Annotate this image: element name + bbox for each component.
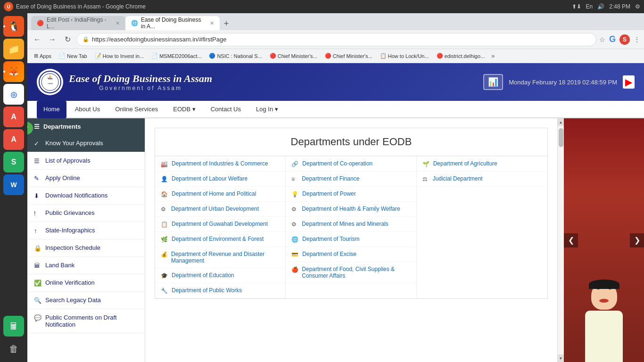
- bookmark-star-icon[interactable]: ☆: [599, 36, 605, 43]
- menu-item-land-bank[interactable]: 🏛 Land Bank: [27, 257, 145, 274]
- menu-item-inspection-label: Inspection Schedule: [45, 244, 100, 251]
- os-app-wps[interactable]: W: [3, 174, 24, 195]
- slide-left-button[interactable]: ❮: [564, 233, 578, 247]
- menu-item-download-notifications[interactable]: ⬇ Download Notifications: [27, 187, 145, 205]
- nav-home[interactable]: Home: [37, 101, 66, 118]
- search-legacy-icon: 🔍: [34, 297, 41, 304]
- os-app-ubuntu[interactable]: 🐧: [3, 16, 24, 37]
- left-menu: Help ? ☰ Departments ✓ Know Your Approva…: [27, 118, 145, 362]
- menu-item-know-your-approvals[interactable]: ✓ Know Your Approvals: [27, 135, 145, 152]
- os-app-a[interactable]: A: [3, 129, 24, 150]
- bookmark-msmed[interactable]: 📄 MSMED2006act...: [149, 52, 204, 60]
- list-approvals-icon: ☰: [34, 157, 41, 165]
- dept-health-family[interactable]: ⚙ Department of Health & Family Welfare: [286, 202, 416, 217]
- tab1-close-button[interactable]: ✕: [116, 20, 120, 26]
- dept-guwahati-dev[interactable]: 📋 Department of Guwahati Development: [155, 217, 285, 232]
- bookmark-howtolock-label: How to Lock/Un...: [388, 53, 429, 59]
- trash-icon: 🗑: [9, 344, 18, 354]
- public-works-icon: 🔧: [161, 288, 168, 294]
- url-text: https://easeofdoingbusinessinassam.in/#f…: [92, 36, 226, 43]
- dept-tourism[interactable]: 🌐 Department of Tourism: [286, 232, 416, 247]
- os-app-firefox[interactable]: 🦊: [3, 61, 24, 82]
- url-bar[interactable]: 🔒 https://easeofdoingbusinessinassam.in/…: [76, 33, 596, 46]
- back-button[interactable]: ←: [31, 33, 43, 46]
- bookmark-cm2[interactable]: 🔴 Chief Minister's...: [322, 52, 375, 60]
- bookmark-newtab[interactable]: 📄 New Tab: [56, 52, 90, 60]
- menu-item-list-of-approvals[interactable]: ☰ List of Approvals: [27, 152, 145, 170]
- dept-environment-label: Department of Environment & Forest: [172, 236, 264, 242]
- os-titlebar-left: U Ease of Doing Business in Assam - Goog…: [4, 2, 146, 11]
- finance-icon: ≡: [291, 176, 298, 182]
- menu-icon[interactable]: ⋮: [634, 36, 640, 43]
- os-tray-icons: ⬆⬇: [572, 3, 581, 10]
- dept-environment-forest[interactable]: 🌿 Department of Environment & Forest: [155, 232, 285, 247]
- bookmarks-more[interactable]: »: [491, 52, 495, 59]
- bookmark-howtolock[interactable]: 📋 How to Lock/Un...: [377, 52, 432, 60]
- dept-tourism-label: Department of Tourism: [302, 236, 359, 242]
- os-app-texteditor[interactable]: A: [3, 107, 24, 127]
- nav-about[interactable]: About Us: [68, 101, 107, 118]
- os-app-calc[interactable]: 🖩: [3, 316, 24, 337]
- chrome-extension-icon[interactable]: G: [609, 34, 616, 44]
- dept-power[interactable]: 💡 Department of Power: [286, 187, 416, 202]
- chart-icon[interactable]: 📊: [483, 74, 503, 90]
- public-grievances-icon: !: [34, 210, 41, 217]
- dept-food-civil[interactable]: 🍎 Department of Food, Civil Supplies & C…: [286, 262, 416, 283]
- menu-item-download-notif-label: Download Notifications: [45, 192, 107, 199]
- dept-revenue-disaster[interactable]: 💰 Department of Revenue and Disaster Man…: [155, 247, 285, 268]
- dept-public-works[interactable]: 🔧 Department of Public Works: [155, 283, 285, 298]
- menu-item-public-comments[interactable]: 💬 Public Comments on Draft Notification: [27, 309, 145, 333]
- scroll-down-button[interactable]: ▼: [558, 354, 564, 362]
- dept-education[interactable]: 🎓 Department of Education: [155, 268, 285, 283]
- dept-excise[interactable]: 💳 Department of Excise: [286, 247, 416, 262]
- menu-item-state-infographics[interactable]: ↑ State-Infographics: [27, 222, 145, 239]
- bookmark-cm2-label: Chief Minister's...: [333, 53, 372, 59]
- nav-login[interactable]: Log In: [249, 101, 285, 118]
- menu-item-online-verification[interactable]: ✅ Online Verification: [27, 274, 145, 292]
- menu-header-icon: ☰: [34, 123, 40, 130]
- dept-agriculture[interactable]: 🌱 Department of Agriculture: [417, 156, 547, 172]
- dept-urban-dev[interactable]: ⚙ Department of Urban Development: [155, 202, 285, 217]
- nav-eodb[interactable]: EODB: [166, 101, 202, 118]
- menu-header-label: Departments: [43, 123, 81, 130]
- tab2-close-button[interactable]: ✕: [210, 20, 214, 26]
- menu-item-apply-online[interactable]: ✎ Apply Online: [27, 170, 145, 187]
- bookmark-apps[interactable]: ⊞ Apps: [31, 52, 54, 60]
- new-tab-button[interactable]: +: [220, 17, 233, 30]
- dept-industries-commerce[interactable]: 🏭 Department of Industries & Commerce: [155, 156, 285, 172]
- dept-mines-minerals[interactable]: ⚙ Department of Mines and Minerals: [286, 217, 416, 232]
- bookmark-nsic[interactable]: 🔵 NSIC : National S...: [206, 52, 264, 60]
- wps-icon: W: [10, 181, 17, 189]
- os-app-spreadsheet[interactable]: S: [3, 152, 24, 173]
- dept-labour-welfare[interactable]: 👤 Department of Labour Welfare: [155, 172, 285, 187]
- forward-button[interactable]: →: [46, 33, 58, 46]
- menu-item-search-legacy-label: Search Legacy Data: [45, 296, 101, 304]
- bookmark-edistrict[interactable]: 🔴 edistrict.delhigo...: [434, 52, 488, 60]
- apps-icon: ⊞: [34, 53, 38, 59]
- browser-tab-2[interactable]: 🌐 Ease of Doing Business in A... ✕: [125, 16, 220, 30]
- profile-icon[interactable]: S: [619, 34, 630, 45]
- os-app-trash[interactable]: 🗑: [3, 338, 24, 359]
- os-time: 2:48 PM: [609, 3, 630, 10]
- bookmark-howtoinvest[interactable]: 📝 How to Invest in...: [92, 52, 147, 60]
- nav-contact[interactable]: Contact Us: [204, 101, 248, 118]
- youtube-icon[interactable]: ▶: [623, 75, 635, 89]
- os-app-files[interactable]: 📁: [3, 39, 24, 59]
- menu-item-public-grievances[interactable]: ! Public Grievances: [27, 205, 145, 222]
- dept-judicial[interactable]: ⚖ Judicial Department: [417, 172, 547, 187]
- slide-right-button[interactable]: ❯: [630, 233, 644, 247]
- dept-cooperation[interactable]: 🔗 Department of Co-operation: [286, 156, 416, 172]
- os-sidebar: 🐧 📁 🦊 ◎ A A S W 🖩 🗑: [0, 13, 27, 362]
- bookmark-nsic-label: NSIC : National S...: [217, 53, 262, 59]
- nav-online-services[interactable]: Online Services: [108, 101, 165, 118]
- scroll-up-button[interactable]: ▲: [558, 118, 564, 126]
- menu-item-inspection-schedule[interactable]: 🔒 Inspection Schedule: [27, 239, 145, 257]
- os-app-chromium[interactable]: ◎: [3, 84, 24, 105]
- dept-finance[interactable]: ≡ Department of Finance: [286, 172, 416, 187]
- browser-tab-1[interactable]: 🔴 Edit Post ‹ IndiaFilings - L... ✕: [31, 16, 125, 30]
- bookmark-cm1[interactable]: 🔴 Chief Minister's...: [267, 52, 320, 60]
- reload-button[interactable]: ↻: [61, 33, 74, 46]
- menu-item-search-legacy[interactable]: 🔍 Search Legacy Data: [27, 292, 145, 309]
- scroll-thumb[interactable]: [559, 128, 563, 147]
- dept-home-political[interactable]: 🏠 Department of Home and Political: [155, 187, 285, 202]
